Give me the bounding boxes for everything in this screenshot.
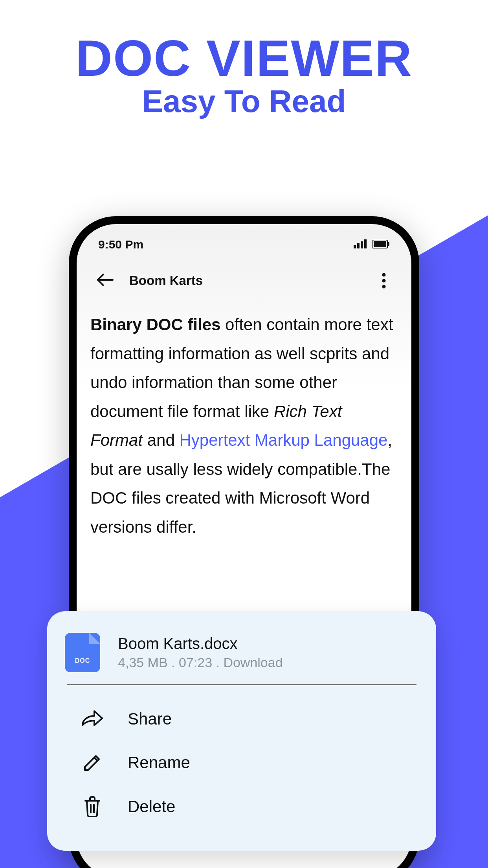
- file-meta: Boom Karts.docx 4,35 MB . 07:23 . Downlo…: [118, 635, 283, 670]
- trash-icon: [81, 796, 104, 817]
- promo-title-line1: DOC VIEWER: [0, 31, 488, 85]
- svg-point-9: [382, 285, 386, 289]
- svg-point-7: [382, 273, 386, 277]
- rename-label: Rename: [128, 753, 190, 772]
- rename-action[interactable]: Rename: [65, 741, 418, 784]
- svg-rect-5: [374, 241, 386, 247]
- document-body[interactable]: Binary DOC files often contain more text…: [77, 298, 411, 541]
- file-name: Boom Karts.docx: [118, 635, 283, 653]
- file-info-row[interactable]: DOC Boom Karts.docx 4,35 MB . 07:23 . Do…: [65, 633, 418, 684]
- pencil-icon: [81, 753, 104, 772]
- cell-signal-icon: [354, 238, 367, 251]
- sheet-divider: [67, 684, 416, 685]
- doc-file-icon: DOC: [65, 633, 100, 672]
- svg-point-8: [382, 279, 386, 283]
- kebab-menu-icon[interactable]: [376, 273, 392, 289]
- doc-part2: and: [143, 431, 179, 449]
- battery-icon: [372, 238, 390, 251]
- bottom-sheet: DOC Boom Karts.docx 4,35 MB . 07:23 . Do…: [47, 611, 436, 851]
- doc-link[interactable]: Hypertext Markup Language: [179, 431, 387, 449]
- delete-action[interactable]: Delete: [65, 784, 418, 829]
- promo-title-line2: Easy To Read: [0, 83, 488, 120]
- doc-bold-lead: Binary DOC files: [90, 315, 220, 334]
- app-header: Boom Karts: [77, 255, 411, 298]
- back-arrow-icon[interactable]: [96, 273, 114, 289]
- svg-rect-1: [357, 243, 360, 248]
- status-time: 9:50 Pm: [98, 238, 143, 251]
- doc-file-icon-label: DOC: [75, 657, 90, 664]
- promo-title-block: DOC VIEWER Easy To Read: [0, 31, 488, 120]
- svg-rect-0: [354, 245, 356, 248]
- file-details: 4,35 MB . 07:23 . Download: [118, 655, 283, 670]
- share-action[interactable]: Share: [65, 697, 418, 741]
- svg-rect-6: [388, 242, 389, 246]
- share-icon: [81, 709, 104, 729]
- status-icons: [354, 238, 390, 251]
- status-bar: 9:50 Pm: [77, 224, 411, 255]
- svg-rect-2: [361, 241, 363, 248]
- share-label: Share: [128, 710, 172, 728]
- app-header-title: Boom Karts: [129, 273, 360, 288]
- delete-label: Delete: [128, 797, 175, 816]
- svg-rect-3: [364, 239, 367, 248]
